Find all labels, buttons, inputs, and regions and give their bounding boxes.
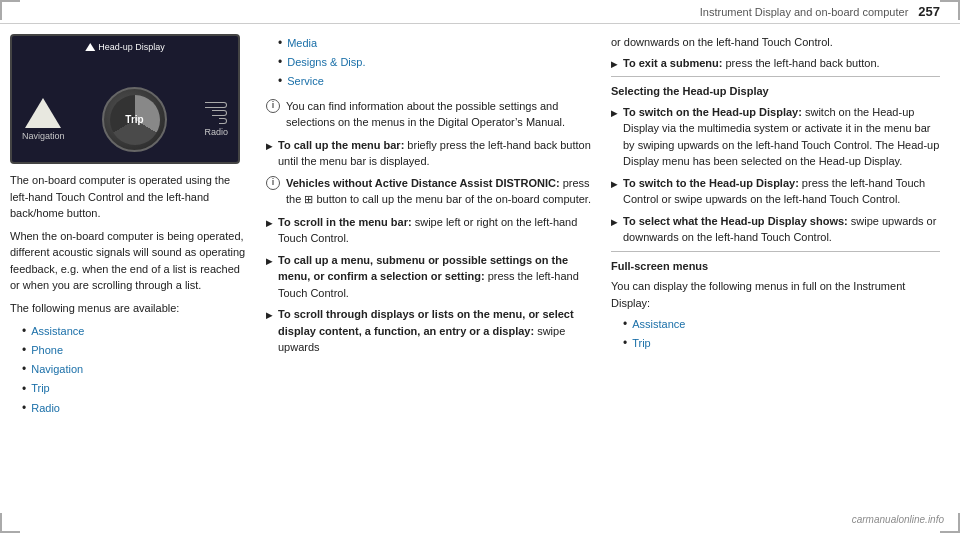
- arrow-block-select: To select what the Head-up Display shows…: [611, 213, 940, 246]
- list-item-assistance: Assistance: [22, 322, 250, 341]
- arrow-block-scroll: To scroll in the menu bar: swipe left or…: [266, 214, 595, 247]
- arrow-bold-8: To select what the Head-up Display shows…: [623, 215, 848, 227]
- info-block-2: i Vehicles without Active Distance Assis…: [266, 175, 595, 208]
- info-block-1: i You can find information about the pos…: [266, 98, 595, 131]
- link-phone[interactable]: Phone: [31, 342, 63, 360]
- link-navigation[interactable]: Navigation: [31, 361, 83, 379]
- main-content: Head-up Display Navigation Trip: [0, 24, 960, 533]
- left-column: Head-up Display Navigation Trip: [10, 34, 250, 523]
- list-item-designs: Designs & Disp.: [278, 53, 595, 72]
- info-text-2: Vehicles without Active Distance Assist …: [286, 175, 595, 208]
- link-media[interactable]: Media: [287, 35, 317, 53]
- right-top-list: Media Designs & Disp. Service: [266, 34, 595, 92]
- link-service[interactable]: Service: [287, 73, 324, 91]
- list-item-assistance-fs: Assistance: [623, 315, 940, 334]
- wave-arc-large: [205, 102, 227, 108]
- arrow-text-5: To exit a submenu: press the left-hand b…: [623, 55, 880, 72]
- arrow-block-switchon: To switch on the Head-up Display: switch…: [611, 104, 940, 170]
- header-bar: Instrument Display and on-board computer…: [0, 0, 960, 24]
- list-item-phone: Phone: [22, 341, 250, 360]
- arrow-icon-5: [611, 56, 617, 71]
- arrow-text-1: To call up the menu bar: briefly press t…: [278, 137, 595, 170]
- info-icon-1: i: [266, 99, 280, 113]
- right-top-section: Media Designs & Disp. Service i You can …: [266, 34, 940, 361]
- arrow-bold-6: To switch on the Head-up Display:: [623, 106, 802, 118]
- arrow-icon-6: [611, 105, 617, 120]
- hud-triangle-icon: [85, 43, 95, 51]
- fullscreen-intro: You can display the following menus in f…: [611, 278, 940, 311]
- radio-panel: Radio: [204, 102, 228, 137]
- arrow-block-switchto: To switch to the Head-up Display: press …: [611, 175, 940, 208]
- corner-mark-bl: [0, 513, 20, 533]
- list-item-trip-fs: Trip: [623, 334, 940, 353]
- wave-arc-small: [219, 118, 227, 124]
- nav-arrow-icon: [25, 98, 61, 128]
- left-para-1: The on-board computer is operated using …: [10, 172, 250, 222]
- arrow-icon-7: [611, 176, 617, 191]
- wave-arc-medium: [212, 110, 227, 116]
- arrow-bold-1: To call up the menu bar:: [278, 139, 404, 151]
- arrow-block-menubar: To call up the menu bar: briefly press t…: [266, 137, 595, 170]
- fullscreen-list: Assistance Trip: [611, 315, 940, 353]
- hud-label: Head-up Display: [85, 42, 165, 52]
- left-para-2: When the on-board computer is being oper…: [10, 228, 250, 294]
- info-text-1: You can find information about the possi…: [286, 98, 595, 131]
- link-trip-fs[interactable]: Trip: [632, 335, 651, 353]
- arrow-text-8: To select what the Head-up Display shows…: [623, 213, 940, 246]
- watermark: carmanualonline.info: [852, 514, 944, 525]
- arrow-text-6: To switch on the Head-up Display: switch…: [623, 104, 940, 170]
- dashboard-image: Head-up Display Navigation Trip: [10, 34, 240, 164]
- arrow-block-scrolldisplay: To scroll through displays or lists on t…: [266, 306, 595, 356]
- radio-waves-icon: [205, 102, 227, 124]
- link-trip[interactable]: Trip: [31, 380, 50, 398]
- divider-2: [611, 251, 940, 252]
- left-menu-list: Assistance Phone Navigation Trip Radio: [10, 322, 250, 418]
- link-assistance[interactable]: Assistance: [31, 323, 84, 341]
- arrow-text-3: To call up a menu, submenu or possible s…: [278, 252, 595, 302]
- continuation-text: or downwards on the left-hand Touch Con­…: [611, 34, 940, 51]
- info-icon-2: i: [266, 176, 280, 190]
- arrow-block-callup: To call up a menu, submenu or possible s…: [266, 252, 595, 302]
- arrow-icon-4: [266, 307, 272, 322]
- list-item-radio: Radio: [22, 399, 250, 418]
- arrow-bold-4: To scroll through displays or lists on t…: [278, 308, 574, 337]
- right-left-subcol: Media Designs & Disp. Service i You can …: [266, 34, 595, 361]
- arrow-text-7: To switch to the Head-up Display: press …: [623, 175, 940, 208]
- left-text-block: The on-board computer is operated using …: [10, 172, 250, 418]
- arrow-block-exit: To exit a submenu: press the left-hand b…: [611, 55, 940, 72]
- trip-circle: Trip: [102, 87, 167, 152]
- list-item-media: Media: [278, 34, 595, 53]
- list-item-trip: Trip: [22, 380, 250, 399]
- link-assistance-fs[interactable]: Assistance: [632, 316, 685, 334]
- arrow-icon-8: [611, 214, 617, 229]
- link-designs[interactable]: Designs & Disp.: [287, 54, 365, 72]
- divider-1: [611, 76, 940, 77]
- arrow-icon-3: [266, 253, 272, 268]
- section-heading-hud: Selecting the Head-up Display: [611, 83, 940, 100]
- arrow-text-4: To scroll through displays or lists on t…: [278, 306, 595, 356]
- page-number: 257: [918, 4, 940, 19]
- right-column: Media Designs & Disp. Service i You can …: [266, 34, 940, 523]
- arrow-bold-5: To exit a submenu:: [623, 57, 722, 69]
- arrow-icon-1: [266, 138, 272, 153]
- dashboard-panels: Navigation Trip: [22, 87, 228, 152]
- list-item-service: Service: [278, 72, 595, 91]
- arrow-text-2: To scroll in the menu bar: swipe left or…: [278, 214, 595, 247]
- trip-inner: Trip: [110, 95, 160, 145]
- arrow-bold-2: To scroll in the menu bar:: [278, 216, 412, 228]
- section-heading-fullscreen: Full-screen menus: [611, 258, 940, 275]
- distronic-bold: Vehicles without Active Distance Assist …: [286, 177, 560, 189]
- arrow-bold-3: To call up a menu, submenu or possible s…: [278, 254, 568, 283]
- right-right-subcol: or downwards on the left-hand Touch Con­…: [611, 34, 940, 361]
- corner-mark-tr: [940, 0, 960, 20]
- link-radio[interactable]: Radio: [31, 400, 60, 418]
- corner-mark-tl: [0, 0, 20, 20]
- arrow-bold-7: To switch to the Head-up Display:: [623, 177, 799, 189]
- header-title: Instrument Display and on-board computer: [700, 6, 909, 18]
- nav-panel: Navigation: [22, 98, 65, 141]
- left-para-3: The following menus are available:: [10, 300, 250, 317]
- list-item-navigation: Navigation: [22, 360, 250, 379]
- arrow-icon-2: [266, 215, 272, 230]
